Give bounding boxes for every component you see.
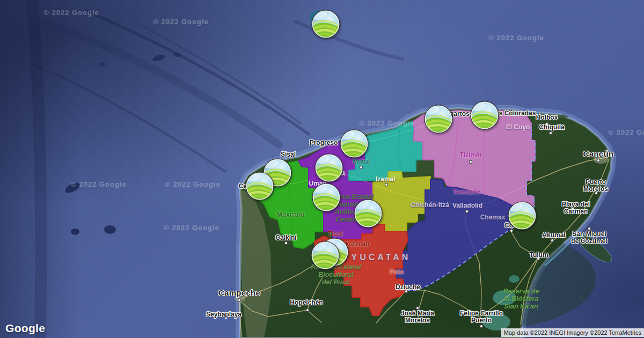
marker-sphere-icon xyxy=(245,171,275,201)
markers-layer xyxy=(0,0,644,338)
map-marker[interactable] xyxy=(245,171,275,201)
marker-sphere-icon xyxy=(311,9,341,39)
map-marker[interactable] xyxy=(507,201,537,231)
map-marker[interactable] xyxy=(353,199,383,229)
marker-sphere-icon xyxy=(311,182,341,212)
map-marker[interactable] xyxy=(311,182,341,212)
google-logo[interactable]: Google xyxy=(5,322,45,335)
map-marker[interactable] xyxy=(314,153,344,183)
marker-sphere-icon xyxy=(310,240,340,270)
marker-sphere-icon xyxy=(470,100,500,130)
marker-sphere-icon xyxy=(353,199,383,229)
map-marker[interactable] xyxy=(310,240,340,270)
map-marker[interactable] xyxy=(423,104,453,134)
map-marker[interactable] xyxy=(311,9,341,39)
map-attribution[interactable]: Map data ©2022 INEGI Imagery ©2022 Terra… xyxy=(501,328,644,337)
marker-sphere-icon xyxy=(507,201,537,231)
marker-sphere-icon xyxy=(314,153,344,183)
map-canvas[interactable]: SisalProgresoCelestúnRío LagartosLas Col… xyxy=(0,0,644,338)
map-marker[interactable] xyxy=(470,100,500,130)
marker-sphere-icon xyxy=(423,104,453,134)
